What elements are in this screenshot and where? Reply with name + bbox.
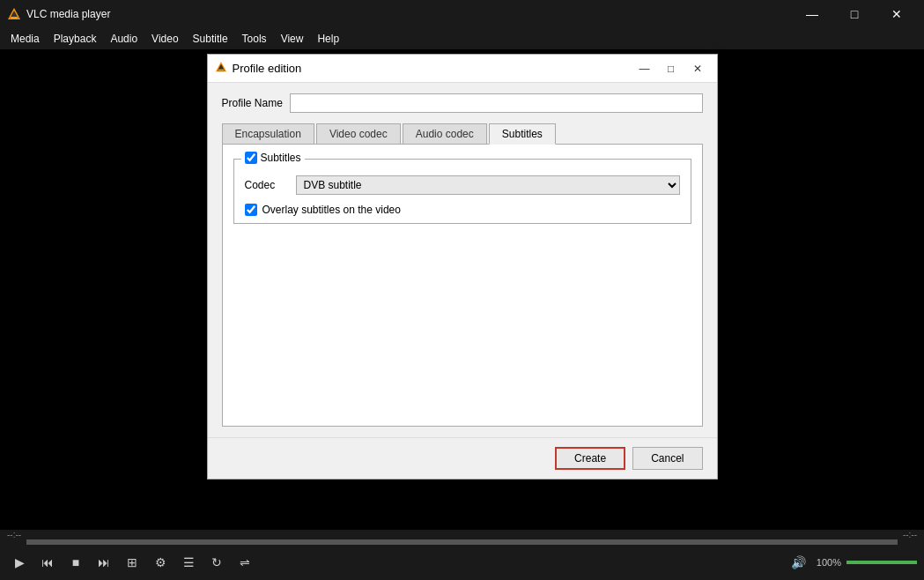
subtitles-legend: Subtitles bbox=[241, 152, 305, 164]
dialog-vlc-icon bbox=[215, 61, 227, 76]
play-button[interactable]: ▶ bbox=[7, 550, 32, 575]
menu-media[interactable]: Media bbox=[4, 28, 47, 49]
dialog-window-controls: — □ ✕ bbox=[632, 58, 710, 79]
volume-bar[interactable] bbox=[846, 561, 917, 564]
profile-name-input[interactable] bbox=[290, 93, 703, 113]
dialog-title: Profile edition bbox=[233, 62, 632, 75]
overlay-label: Overlay subtitles on the video bbox=[262, 204, 401, 216]
stop-button[interactable]: ■ bbox=[63, 550, 88, 575]
minimize-button[interactable]: — bbox=[792, 0, 832, 28]
tab-audio-codec[interactable]: Audio codec bbox=[403, 123, 487, 144]
svg-rect-5 bbox=[218, 70, 224, 71]
next-button[interactable]: ⏭ bbox=[92, 550, 116, 575]
menu-view[interactable]: View bbox=[274, 28, 311, 49]
time-right: --:-- bbox=[903, 530, 917, 539]
menu-playback[interactable]: Playback bbox=[47, 28, 104, 49]
dialog-title-bar: Profile edition — □ ✕ bbox=[208, 55, 717, 83]
window-controls: — □ ✕ bbox=[792, 0, 917, 28]
overlay-row: Overlay subtitles on the video bbox=[245, 204, 680, 216]
time-left: --:-- bbox=[7, 530, 21, 539]
frame-button[interactable]: ⊞ bbox=[120, 550, 144, 575]
codec-row: Codec DVB subtitle bbox=[245, 175, 680, 195]
tab-bar: Encapsulation Video codec Audio codec Su… bbox=[222, 123, 703, 145]
profile-name-label: Profile Name bbox=[222, 97, 283, 109]
dialog-overlay: Profile edition — □ ✕ Profile Name Encap… bbox=[0, 49, 924, 508]
close-button[interactable]: ✕ bbox=[876, 0, 917, 28]
window-title: VLC media player bbox=[26, 8, 792, 20]
playlist-button[interactable]: ☰ bbox=[176, 550, 201, 575]
progress-bar-track bbox=[26, 539, 898, 545]
extended-button[interactable]: ⚙ bbox=[148, 550, 173, 575]
overlay-checkbox[interactable] bbox=[245, 204, 257, 216]
shuffle-button[interactable]: ⇌ bbox=[233, 550, 257, 575]
volume-percent: 100% bbox=[817, 557, 841, 568]
volume-fill bbox=[846, 561, 917, 564]
dialog-close-button[interactable]: ✕ bbox=[685, 58, 710, 79]
main-content: Profile edition — □ ✕ Profile Name Encap… bbox=[0, 49, 924, 508]
loop-button[interactable]: ↻ bbox=[204, 550, 229, 575]
codec-label: Codec bbox=[245, 179, 289, 191]
tab-video-codec[interactable]: Video codec bbox=[316, 123, 401, 144]
menu-video[interactable]: Video bbox=[144, 28, 185, 49]
tab-content-subtitles: Subtitles Codec DVB subtitle Overlay sub… bbox=[222, 145, 703, 427]
volume-icon: 🔊 bbox=[787, 550, 811, 575]
progress-bar-container[interactable] bbox=[26, 539, 898, 545]
codec-select[interactable]: DVB subtitle bbox=[296, 175, 680, 195]
dialog-maximize-button[interactable]: □ bbox=[659, 58, 684, 79]
subtitles-checkbox[interactable] bbox=[245, 152, 257, 164]
create-button[interactable]: Create bbox=[555, 447, 625, 470]
subtitles-legend-label: Subtitles bbox=[261, 152, 301, 164]
menu-help[interactable]: Help bbox=[310, 28, 346, 49]
menu-audio[interactable]: Audio bbox=[103, 28, 144, 49]
dialog-footer: Create Cancel bbox=[208, 437, 717, 479]
tab-encapsulation[interactable]: Encapsulation bbox=[222, 123, 314, 144]
prev-button[interactable]: ⏮ bbox=[35, 550, 60, 575]
profile-name-row: Profile Name bbox=[222, 93, 703, 113]
cancel-button[interactable]: Cancel bbox=[632, 447, 702, 470]
menu-subtitle[interactable]: Subtitle bbox=[186, 28, 235, 49]
vlc-logo-icon bbox=[7, 7, 21, 21]
bottom-controls: --:-- --:-- ▶ ⏮ ■ ⏭ ⊞ ⚙ ☰ ↻ ⇌ 🔊 100% bbox=[0, 530, 924, 580]
dialog-minimize-button[interactable]: — bbox=[632, 58, 657, 79]
subtitles-group: Subtitles Codec DVB subtitle Overlay sub… bbox=[233, 159, 691, 224]
maximize-button[interactable]: □ bbox=[834, 0, 875, 28]
svg-rect-2 bbox=[11, 17, 18, 19]
volume-area: 🔊 100% bbox=[787, 550, 917, 575]
dialog-body: Profile Name Encapsulation Video codec A… bbox=[208, 83, 717, 437]
menu-bar: Media Playback Audio Video Subtitle Tool… bbox=[0, 28, 924, 49]
profile-edition-dialog: Profile edition — □ ✕ Profile Name Encap… bbox=[207, 54, 718, 480]
controls-row: ▶ ⏮ ■ ⏭ ⊞ ⚙ ☰ ↻ ⇌ 🔊 100% bbox=[0, 545, 924, 580]
menu-tools[interactable]: Tools bbox=[235, 28, 274, 49]
title-bar: VLC media player — □ ✕ bbox=[0, 0, 924, 28]
tab-subtitles[interactable]: Subtitles bbox=[489, 123, 556, 145]
time-display: --:-- --:-- bbox=[0, 530, 924, 539]
